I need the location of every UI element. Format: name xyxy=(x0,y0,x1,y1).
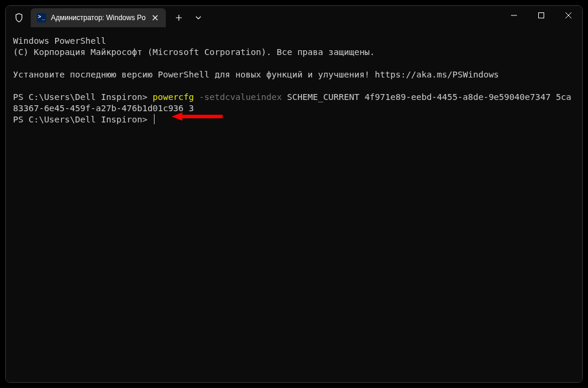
tab-title: Администратор: Windows Po xyxy=(51,14,146,22)
terminal-line: Установите последнюю версию PowerShell д… xyxy=(13,69,575,80)
new-tab-button[interactable] xyxy=(168,8,189,27)
admin-shield-icon xyxy=(14,13,24,22)
terminal-blank-line xyxy=(13,58,575,69)
terminal-content[interactable]: Windows PowerShell (C) Корпорация Майкро… xyxy=(6,30,582,382)
maximize-button[interactable] xyxy=(528,6,555,25)
terminal-window: Администратор: Windows Po xyxy=(5,5,583,383)
powershell-icon xyxy=(37,13,46,22)
minimize-button[interactable] xyxy=(500,6,528,25)
svg-rect-0 xyxy=(539,13,544,18)
prompt-text: PS C:\Users\Dell Inspiron> xyxy=(13,92,153,102)
command-name: powercfg xyxy=(153,92,194,102)
command-flag: -setdcvalueindex xyxy=(194,92,282,102)
terminal-blank-line xyxy=(13,80,575,92)
terminal-line: (C) Корпорация Майкрософт (Microsoft Cor… xyxy=(13,47,575,58)
titlebar: Администратор: Windows Po xyxy=(6,6,582,30)
tab-powershell[interactable]: Администратор: Windows Po xyxy=(31,8,166,27)
tab-dropdown-button[interactable] xyxy=(189,8,207,27)
terminal-command-line: PS C:\Users\Dell Inspiron> powercfg -set… xyxy=(13,92,575,114)
window-controls xyxy=(500,6,582,30)
close-window-button[interactable] xyxy=(555,6,582,25)
close-tab-button[interactable] xyxy=(150,13,160,22)
cursor-icon xyxy=(154,114,155,124)
terminal-line: Windows PowerShell xyxy=(13,35,575,47)
terminal-prompt-line: PS C:\Users\Dell Inspiron> xyxy=(13,114,575,125)
prompt-text: PS C:\Users\Dell Inspiron> xyxy=(13,115,153,124)
